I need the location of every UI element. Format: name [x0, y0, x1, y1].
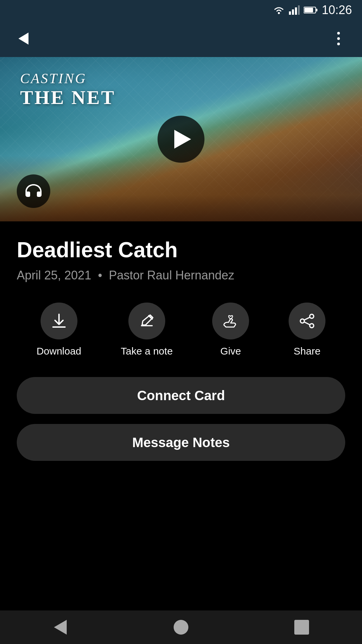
- svg-point-14: [300, 319, 304, 323]
- share-circle: [289, 303, 325, 339]
- share-icon: [298, 312, 316, 330]
- svg-rect-6: [316, 9, 317, 11]
- take-note-action[interactable]: Take a note: [121, 303, 173, 357]
- headphones-icon: [24, 183, 43, 200]
- download-label: Download: [37, 345, 81, 357]
- back-arrow-icon: [18, 33, 28, 45]
- svg-point-13: [310, 324, 314, 328]
- bottom-nav: [0, 610, 362, 644]
- give-circle: [212, 303, 249, 339]
- audio-button[interactable]: [17, 174, 50, 208]
- status-bar: 10:26: [0, 0, 362, 20]
- nav-home-button[interactable]: [168, 614, 194, 641]
- top-nav: [0, 20, 362, 57]
- nav-back-icon: [54, 620, 67, 635]
- video-title-deco: Casting: [20, 70, 115, 87]
- svg-rect-3: [295, 7, 297, 15]
- actions-row: Download Take a note: [17, 303, 345, 357]
- svg-rect-1: [289, 11, 291, 15]
- take-note-label: Take a note: [121, 345, 173, 357]
- svg-line-15: [304, 317, 310, 320]
- download-action[interactable]: Download: [37, 303, 81, 357]
- svg-rect-2: [292, 9, 294, 15]
- svg-rect-4: [298, 5, 300, 15]
- video-title: Casting The Net: [20, 70, 115, 109]
- battery-icon: [304, 6, 318, 14]
- take-note-circle: [128, 303, 165, 339]
- note-icon: [138, 312, 156, 330]
- sermon-title: Deadliest Catch: [17, 238, 345, 262]
- nav-back-button[interactable]: [47, 614, 74, 641]
- more-options-button[interactable]: [328, 29, 349, 49]
- share-label: Share: [294, 345, 320, 357]
- status-time: 10:26: [322, 3, 352, 17]
- share-action[interactable]: Share: [289, 303, 325, 357]
- nav-home-icon: [174, 620, 188, 635]
- more-dot-3: [337, 43, 340, 45]
- svg-rect-7: [304, 8, 313, 12]
- message-notes-button[interactable]: Message Notes: [17, 424, 345, 461]
- svg-point-12: [310, 314, 314, 318]
- give-action[interactable]: Give: [212, 303, 249, 357]
- svg-point-0: [278, 12, 280, 14]
- nav-recent-button[interactable]: [288, 614, 315, 641]
- download-circle: [41, 303, 77, 339]
- more-dot-2: [337, 37, 340, 40]
- video-thumbnail: Casting The Net: [0, 57, 362, 221]
- more-dot-1: [337, 32, 340, 35]
- give-icon: [221, 312, 240, 330]
- message-notes-label: Message Notes: [132, 435, 230, 450]
- connect-card-button[interactable]: Connect Card: [17, 377, 345, 414]
- connect-card-label: Connect Card: [137, 388, 225, 403]
- give-label: Give: [220, 345, 241, 357]
- download-icon: [50, 312, 68, 330]
- svg-line-16: [304, 322, 310, 325]
- play-icon: [174, 130, 191, 149]
- sermon-date: April 25, 2021: [17, 268, 91, 282]
- nav-recent-icon: [294, 620, 309, 635]
- content-area: Deadliest Catch April 25, 2021 • Pastor …: [0, 221, 362, 484]
- meta-separator: •: [98, 268, 102, 282]
- signal-icon: [289, 5, 300, 15]
- status-icons: 10:26: [273, 3, 352, 17]
- wifi-icon: [273, 5, 285, 15]
- back-button[interactable]: [13, 29, 34, 49]
- video-title-line2: The Net: [20, 87, 115, 109]
- sermon-meta: April 25, 2021 • Pastor Raul Hernandez: [17, 268, 345, 282]
- sermon-pastor: Pastor Raul Hernandez: [109, 268, 234, 282]
- play-button[interactable]: [158, 116, 204, 163]
